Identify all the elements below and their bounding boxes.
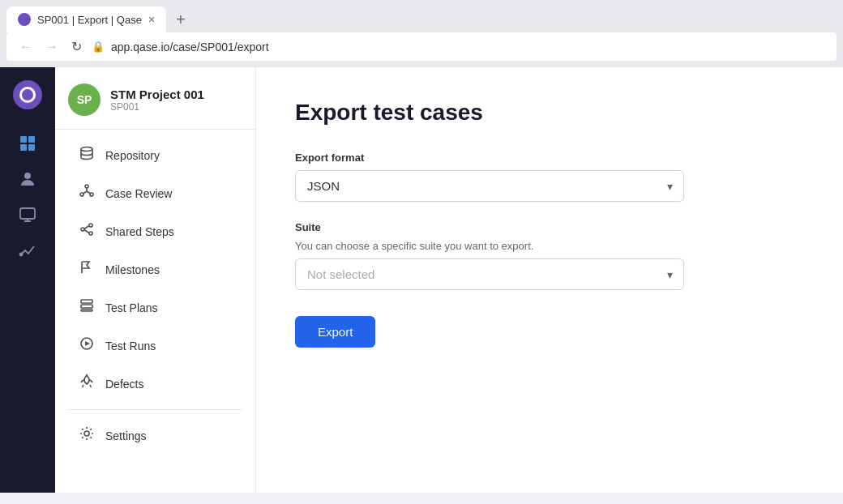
back-button[interactable]: ← xyxy=(16,38,36,56)
rail-icon-user[interactable] xyxy=(13,164,42,194)
sidebar-item-label: Shared Steps xyxy=(105,225,174,238)
address-bar: ← → ↻ 🔒 app.qase.io/case/SP001/export xyxy=(6,32,837,61)
sidebar-item-shared-steps[interactable]: Shared Steps xyxy=(62,213,249,250)
sidebar-item-milestones[interactable]: Milestones xyxy=(62,251,249,288)
lock-icon: 🔒 xyxy=(92,41,105,53)
suite-select[interactable]: Not selected xyxy=(295,258,684,290)
sidebar-item-label: Test Runs xyxy=(105,340,156,352)
sidebar-item-settings[interactable]: Settings xyxy=(62,417,249,454)
settings-icon xyxy=(78,425,96,446)
rail-icon-chart[interactable] xyxy=(13,236,42,265)
svg-rect-16 xyxy=(81,310,92,311)
export-button[interactable]: Export xyxy=(295,316,375,348)
sidebar-item-defects[interactable]: Defects xyxy=(62,365,249,402)
sidebar-item-label: Defects xyxy=(105,378,143,391)
user-icon xyxy=(19,170,36,188)
reload-button[interactable]: ↻ xyxy=(68,37,85,56)
export-format-select[interactable]: JSON CSV XLSX xyxy=(295,170,684,202)
sidebar: SP STM Project 001 SP001 Repository xyxy=(55,67,256,493)
browser-tab[interactable]: SP001 | Export | Qase × xyxy=(6,6,166,32)
export-format-group: Export format JSON CSV XLSX ▾ xyxy=(295,152,804,202)
sidebar-divider xyxy=(68,409,242,410)
svg-rect-15 xyxy=(81,305,92,308)
grid-icon xyxy=(19,135,36,152)
svg-point-6 xyxy=(20,254,23,256)
sidebar-item-label: Case Review xyxy=(105,187,172,200)
svg-rect-1 xyxy=(28,136,35,143)
svg-rect-0 xyxy=(20,136,27,143)
sidebar-item-repository[interactable]: Repository xyxy=(62,137,249,173)
rail-icon-monitor[interactable] xyxy=(13,200,42,229)
svg-point-4 xyxy=(24,173,31,179)
sidebar-item-label: Test Plans xyxy=(105,301,158,314)
project-name: STM Project 001 xyxy=(110,88,204,101)
svg-point-13 xyxy=(89,232,92,235)
app-logo[interactable] xyxy=(13,80,42,109)
svg-rect-2 xyxy=(20,144,27,151)
svg-rect-3 xyxy=(28,144,35,151)
tab-title: SP001 | Export | Qase xyxy=(37,14,142,26)
defects-icon xyxy=(78,374,96,394)
forward-button[interactable]: → xyxy=(42,38,62,56)
tab-favicon xyxy=(18,13,31,26)
svg-rect-5 xyxy=(20,208,35,219)
project-header: SP STM Project 001 SP001 xyxy=(55,83,255,130)
suite-hint: You can choose a specific suite you want… xyxy=(295,240,804,252)
svg-point-19 xyxy=(84,431,89,436)
svg-point-8 xyxy=(85,185,88,188)
test-runs-icon xyxy=(78,335,96,356)
case-review-icon xyxy=(78,183,96,203)
monitor-icon xyxy=(19,206,36,224)
page-title: Export test cases xyxy=(295,100,804,126)
icon-rail xyxy=(0,67,55,493)
repository-icon xyxy=(78,145,96,165)
url-field[interactable]: app.qase.io/case/SP001/export xyxy=(111,41,827,53)
avatar: SP xyxy=(68,83,101,116)
sidebar-item-test-plans[interactable]: Test Plans xyxy=(62,289,249,326)
shared-steps-icon xyxy=(78,221,96,241)
sidebar-item-test-runs[interactable]: Test Runs xyxy=(62,327,249,364)
logo-inner xyxy=(19,87,36,103)
sidebar-item-case-review[interactable]: Case Review xyxy=(62,175,249,211)
suite-label: Suite xyxy=(295,221,804,233)
new-tab-button[interactable]: + xyxy=(169,7,192,32)
chart-icon xyxy=(19,241,36,259)
tab-close-button[interactable]: × xyxy=(148,13,155,26)
milestones-icon xyxy=(78,259,96,280)
main-content: Export test cases Export format JSON CSV… xyxy=(256,67,843,493)
suite-wrapper: Not selected ▾ xyxy=(295,258,684,290)
rail-icon-grid[interactable] xyxy=(13,129,42,158)
svg-point-7 xyxy=(81,147,92,152)
svg-marker-18 xyxy=(85,341,90,346)
export-format-wrapper: JSON CSV XLSX ▾ xyxy=(295,170,684,202)
sidebar-item-label: Repository xyxy=(105,149,160,162)
sidebar-item-label: Settings xyxy=(105,429,147,442)
svg-point-12 xyxy=(81,228,84,231)
suite-group: Suite You can choose a specific suite yo… xyxy=(295,221,804,290)
svg-point-11 xyxy=(89,224,92,227)
sidebar-item-label: Milestones xyxy=(105,263,160,276)
project-code: SP001 xyxy=(110,101,204,113)
svg-rect-14 xyxy=(81,300,92,303)
test-plans-icon xyxy=(78,297,96,318)
export-format-label: Export format xyxy=(295,152,804,164)
